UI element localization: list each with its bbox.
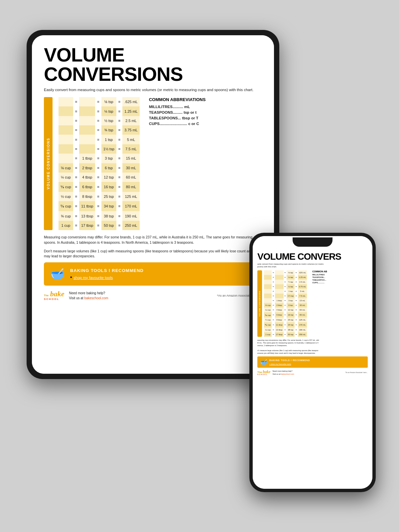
phone-table-cell: = bbox=[295, 270, 298, 275]
table-cell: = bbox=[73, 201, 79, 211]
bake-school-logo: The bake SCHOOL bbox=[44, 290, 64, 301]
phone-banner-title: BAKING TOOLS I RECOMMEND bbox=[269, 359, 310, 361]
table-cell: = bbox=[116, 125, 122, 135]
phone-table-cell: = bbox=[272, 280, 275, 284]
table-cell: 38 tsp bbox=[101, 211, 116, 220]
table-cell: = bbox=[73, 173, 79, 182]
phone-table-cell: 2.5 mL bbox=[298, 280, 307, 284]
table-cell: = bbox=[95, 125, 101, 135]
phone-table-cell: ⅛ cup bbox=[264, 303, 272, 308]
table-cell: = bbox=[73, 97, 79, 106]
banner-text: BAKING TOOLS I RECOMMEND • shop my favou… bbox=[70, 268, 144, 280]
banner-link[interactable]: shop my favourite tools bbox=[73, 276, 113, 280]
phone-table-cell: ¾ tsp bbox=[287, 284, 295, 289]
table-cell bbox=[59, 144, 73, 154]
phone-table-cell: = bbox=[295, 328, 298, 332]
table-cell bbox=[79, 135, 95, 144]
table-cell: = bbox=[116, 97, 122, 106]
footer-website[interactable]: bakeschool.com bbox=[84, 296, 108, 300]
phone-table-cell: 34 tsp bbox=[287, 322, 295, 328]
phone-table-cell: = bbox=[284, 294, 287, 298]
phone-table-cell: 6 tsp bbox=[287, 303, 295, 308]
phone-table-cell: = bbox=[284, 284, 287, 289]
phone-table-cell: 15 mL bbox=[298, 298, 307, 303]
table-cell: 16 tsp bbox=[101, 182, 116, 192]
table-cell: = bbox=[95, 144, 101, 154]
phone-logo: The bake SCHOOL bbox=[257, 370, 271, 375]
phone-banner-icon: 🥣 bbox=[260, 358, 267, 366]
phone-table-cell: = bbox=[284, 275, 287, 280]
phone-table-cell: 7.5 mL bbox=[298, 294, 307, 298]
table-cell: 1.25 mL bbox=[122, 106, 140, 116]
table-cell: 1 cup bbox=[59, 221, 73, 230]
phone-table-cell: = bbox=[284, 332, 287, 337]
table-cell: = bbox=[73, 211, 79, 220]
phone-footer-text: Need more baking help? Visit us at bakes… bbox=[273, 370, 294, 375]
phone-table-cell: = bbox=[272, 303, 275, 308]
phone-table-cell bbox=[264, 280, 272, 284]
phone-table-cell: 250 mL bbox=[298, 332, 307, 337]
phone-table-cell: = bbox=[295, 289, 298, 294]
abbrev-item: MILLILITRES.......... mL bbox=[149, 105, 259, 109]
note-paragraph: Measuring cup conversions may differ. Fo… bbox=[44, 235, 262, 245]
phone-banner-link[interactable]: • shop my favourite tools bbox=[269, 363, 291, 365]
notes-section: Measuring cup conversions may differ. Fo… bbox=[44, 235, 262, 259]
table-cell: ½ cup bbox=[59, 192, 73, 201]
phone-table-cell: ¾ cup bbox=[264, 328, 272, 332]
tablet-device: VOLUME CONVERSIONS Easily convert from m… bbox=[27, 30, 279, 379]
table-cell: 3.75 mL bbox=[122, 125, 140, 135]
table-cell: 2.5 mL bbox=[122, 116, 140, 125]
phone-note2: n't measure large volumes (like 1 cup) w… bbox=[257, 349, 368, 355]
tablet-document: VOLUME CONVERSIONS Easily convert from m… bbox=[32, 35, 274, 374]
phone-note1: easuring cup conversions may differ. For… bbox=[257, 339, 368, 347]
table-cell: = bbox=[116, 192, 122, 201]
table-cell: 30 mL bbox=[122, 163, 140, 173]
table-cell bbox=[59, 125, 73, 135]
phone-table-cell: ¼ cup bbox=[264, 308, 272, 312]
table-cell bbox=[79, 144, 95, 154]
phone-table-cell bbox=[264, 289, 272, 294]
phone-table-cell: = bbox=[295, 275, 298, 280]
table-cell: = bbox=[95, 135, 101, 144]
footer-line1: Need more baking help? bbox=[69, 291, 105, 295]
phone-footer: The bake SCHOOL Need more baking help? V… bbox=[257, 370, 368, 375]
table-cell: 250 mL bbox=[122, 221, 140, 230]
table-cell: ¼ tsp bbox=[101, 106, 116, 116]
table-cell: = bbox=[95, 201, 101, 211]
table-cell: = bbox=[95, 192, 101, 201]
phone-table-cell: = bbox=[295, 294, 298, 298]
table-cell: ⅓ cup bbox=[59, 182, 73, 192]
table-cell bbox=[79, 106, 95, 116]
phone-table-cell: 190 mL bbox=[298, 328, 307, 332]
phone-table-cell: = bbox=[272, 284, 275, 289]
table-cell: 34 tsp bbox=[101, 201, 116, 211]
phone-table-cell: = bbox=[272, 322, 275, 328]
table-cell: = bbox=[73, 182, 79, 192]
document-footer: The bake SCHOOL Need more baking help? V… bbox=[44, 290, 262, 301]
phone-subtitle: asily convert from measuring cups and sp… bbox=[257, 263, 368, 268]
baking-tools-banner: 🥣 BAKING TOOLS I RECOMMEND • shop my fav… bbox=[44, 262, 262, 286]
phone-table-cell: 170 mL bbox=[298, 322, 307, 328]
table-cell: 1 tsp bbox=[101, 135, 116, 144]
phone-table-cell bbox=[264, 270, 272, 275]
abbreviations-box: COMMON ABBREVIATIONS MILLILITRES........… bbox=[146, 97, 262, 230]
table-cell: = bbox=[116, 211, 122, 220]
banner-icon: 🥣 bbox=[50, 267, 65, 281]
phone-table-cell bbox=[275, 294, 284, 298]
phone-conversion-table: ==⅛ tsp=.625 mL==¼ tsp=1.25 mL==½ tsp=2.… bbox=[264, 270, 307, 337]
table-cell: = bbox=[116, 154, 122, 163]
phone-abbrev-title: COMMON AB bbox=[312, 270, 364, 273]
phone-table-cell: 80 mL bbox=[298, 312, 307, 318]
table-cell: 5 mL bbox=[122, 135, 140, 144]
table-cell bbox=[59, 135, 73, 144]
phone-table-cell: ⅔ cup bbox=[264, 322, 272, 328]
phone-banner-text: BAKING TOOLS I RECOMMEND • shop my favou… bbox=[269, 359, 310, 365]
phone-table-cell: = bbox=[295, 284, 298, 289]
phone-table-cell: 2 tbsp bbox=[275, 303, 284, 308]
phone-table-cell bbox=[264, 275, 272, 280]
abbrev-item: TABLESPOONS... tbsp or T bbox=[149, 116, 259, 120]
table-cell: 125 mL bbox=[122, 192, 140, 201]
phone-sidebar-text: VOLUME CONVERSIONS bbox=[259, 291, 261, 317]
abbrev-title: COMMON ABBREVIATIONS bbox=[149, 97, 259, 102]
phone-footer-link[interactable]: bakeschool.com bbox=[281, 373, 294, 375]
